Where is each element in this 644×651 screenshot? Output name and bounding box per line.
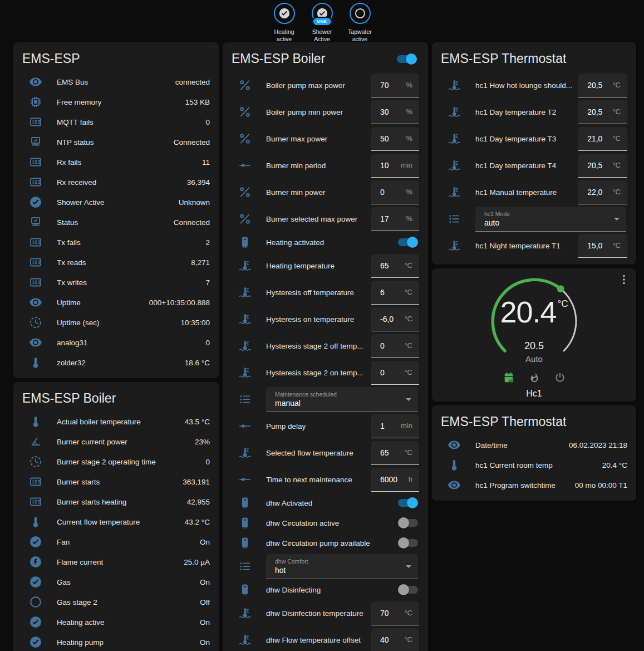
number-input[interactable]: 6000h: [371, 468, 419, 492]
number-input[interactable]: 30%: [371, 100, 419, 124]
row-zolder32[interactable]: zolder3218.6 °C: [22, 353, 210, 373]
row-label: Selected flow temperature: [266, 449, 353, 457]
number-input[interactable]: 65°C: [371, 441, 419, 465]
row-rx-received[interactable]: Rx received36,394: [22, 172, 210, 192]
number-input[interactable]: -6,0°C: [371, 307, 419, 331]
auto-mode-icon[interactable]: [503, 371, 515, 384]
row-mqtt-fails[interactable]: MQTT fails0: [22, 112, 210, 132]
off-mode-icon[interactable]: [554, 371, 566, 384]
select-input[interactable]: dhw Comforthot: [266, 554, 418, 579]
row-free-memory[interactable]: Free memory153 KB: [22, 92, 210, 112]
number-unit: °C: [404, 315, 412, 323]
number-input[interactable]: 20,5°C: [578, 100, 627, 124]
number-value: 15,0: [587, 241, 602, 250]
row-value: 153 KB: [181, 98, 210, 106]
number-input[interactable]: 1min: [371, 414, 419, 438]
toggle-switch[interactable]: [398, 238, 418, 246]
row-label: hc1 How hot lounge should...: [475, 81, 572, 90]
row-gas-stage-2[interactable]: Gas stage 2Off: [22, 592, 210, 612]
number-input[interactable]: 65°C: [371, 254, 419, 278]
number-input[interactable]: 6°C: [371, 281, 419, 305]
row-label: Tx reads: [57, 258, 86, 267]
row-tx-writes[interactable]: Tx writes7: [22, 272, 210, 292]
row-date-time[interactable]: Date/time06.02.2023 21:18: [441, 435, 627, 455]
row-tx-fails[interactable]: Tx fails2: [22, 232, 210, 252]
row-dhw-activated: dhw Activated: [232, 493, 419, 513]
row-uptime[interactable]: Uptime000+10:35:00.888: [22, 292, 210, 312]
number-value: 6000: [380, 475, 397, 484]
card-title: EMS-ESP: [22, 50, 210, 72]
row-analog31[interactable]: analog310: [22, 332, 210, 353]
row-uptime-sec[interactable]: Uptime (sec)10:35:00: [22, 312, 210, 332]
counter-icon: [29, 236, 42, 249]
row-value: 23%: [190, 438, 210, 446]
row-actual-boiler-temperature[interactable]: Actual boiler temperature43.5 °C: [22, 412, 210, 432]
thermometer-water-icon: [448, 132, 461, 145]
row-flame-current[interactable]: Flame current25.0 µA: [22, 552, 210, 572]
row-label: Status: [57, 218, 78, 227]
number-input[interactable]: 15,0°C: [578, 234, 627, 258]
row-heating-activated: Heating activated: [232, 232, 419, 252]
row-ems-bus[interactable]: EMS Busconnected: [22, 72, 210, 92]
column-right: EMS-ESP Thermostat hc1 How hot lounge sh…: [432, 42, 636, 501]
toggle-switch[interactable]: [397, 55, 417, 63]
row-label: Actual boiler temperature: [57, 418, 141, 426]
number-input[interactable]: 50%: [371, 127, 419, 151]
card-title: EMS-ESP Boiler: [22, 390, 210, 412]
row-burner-starts-heating[interactable]: Burner starts heating42,955: [22, 492, 210, 512]
toggle-switch[interactable]: [398, 499, 418, 507]
select-input[interactable]: hc1 Modeauto: [475, 207, 626, 232]
row-ntp-status[interactable]: NTP statusConnected: [22, 132, 210, 152]
more-options-icon[interactable]: [617, 273, 631, 286]
row-burner-current-power[interactable]: Burner current power23%: [22, 432, 210, 452]
number-input[interactable]: 20,5°C: [578, 74, 627, 97]
heat-mode-icon[interactable]: [528, 371, 540, 384]
number-input[interactable]: 0°C: [371, 361, 419, 385]
row-burner-starts[interactable]: Burner starts363,191: [22, 472, 210, 492]
number-value: 0: [380, 368, 385, 377]
select-input[interactable]: Maintenance scheduledmanual: [266, 387, 418, 412]
number-input[interactable]: 40°C: [371, 628, 419, 651]
row-current-flow-temperature[interactable]: Current flow temperature43.2 °C: [22, 512, 210, 532]
row-value: Connected: [169, 138, 210, 146]
row-value: 43.2 °C: [180, 518, 210, 526]
dashboard: Heating active UNK Shower Active Tapwate…: [0, 0, 644, 651]
toggle-switch[interactable]: [398, 519, 418, 527]
number-input[interactable]: 21,0°C: [578, 127, 627, 151]
number-input[interactable]: 22,0°C: [578, 180, 627, 204]
badge-tapwater-active[interactable]: Tapwater active: [343, 3, 377, 43]
thermostat-dial[interactable]: 20.4 °C 20.5 Auto: [489, 276, 580, 367]
row-heating-active[interactable]: Heating activeOn: [22, 612, 210, 632]
number-unit: °C: [404, 261, 412, 270]
card-title: EMS-ESP Boiler: [232, 51, 325, 66]
row-fan[interactable]: FanOn: [22, 532, 210, 552]
row-label: Tx fails: [57, 238, 81, 247]
thermometer-water-icon: [238, 446, 252, 459]
row-burner-stage-2-operating-time[interactable]: Burner stage 2 operating time0: [22, 452, 210, 472]
number-input[interactable]: 70°C: [371, 601, 419, 625]
number-input[interactable]: 20,5°C: [578, 154, 627, 178]
row-shower-active[interactable]: Shower ActiveUnknown: [22, 192, 210, 212]
toggle-switch[interactable]: [398, 539, 418, 547]
toggle-switch[interactable]: [398, 586, 418, 594]
row-gas[interactable]: GasOn: [22, 572, 210, 592]
badge-shower-active[interactable]: UNK Shower Active: [306, 3, 339, 43]
row-tx-reads[interactable]: Tx reads8,271: [22, 252, 210, 272]
number-input[interactable]: 17%: [371, 207, 419, 231]
number-input[interactable]: 0°C: [371, 334, 419, 358]
number-input[interactable]: 70%: [371, 74, 419, 97]
row-hc1-how-hot-lounge-should: hc1 How hot lounge should...20,5°C: [441, 72, 627, 99]
row-label: zolder32: [57, 359, 86, 367]
row-rx-fails[interactable]: Rx fails11: [22, 152, 210, 172]
thermometer-water-icon: [238, 259, 252, 272]
number-input[interactable]: 10min: [371, 154, 419, 178]
number-value: 65: [380, 448, 389, 457]
number-input[interactable]: 0%: [371, 180, 419, 204]
row-value: 0: [201, 458, 210, 466]
row-hc1-program-switchtime[interactable]: hc1 Program switchtime00 mo 00:00 T1: [441, 475, 627, 495]
badge-heating-active[interactable]: Heating active: [268, 3, 301, 43]
row-status[interactable]: StatusConnected: [22, 212, 210, 232]
row-heating-pump[interactable]: Heating pumpOn: [22, 632, 210, 651]
gauge-handle[interactable]: [557, 285, 564, 292]
row-hc1-current-room-temp[interactable]: hc1 Current room temp20.4 °C: [441, 455, 627, 475]
